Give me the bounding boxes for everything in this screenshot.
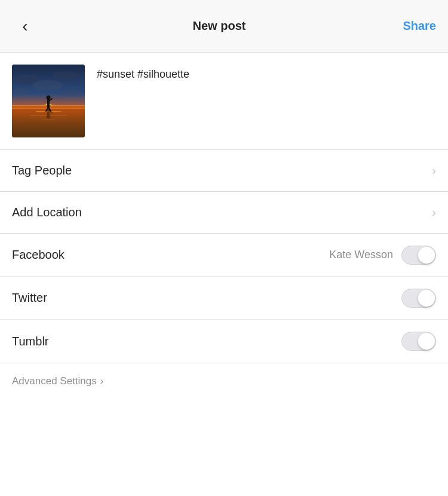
svg-point-20 — [47, 115, 51, 119]
back-button[interactable]: ‹ — [12, 13, 38, 39]
svg-point-6 — [12, 88, 30, 94]
add-location-item[interactable]: Add Location › — [0, 192, 448, 234]
advanced-settings-item[interactable]: Advanced Settings › — [0, 363, 448, 399]
twitter-controls — [401, 289, 436, 308]
page-title: New post — [193, 19, 246, 33]
facebook-item: Facebook Kate Wesson — [0, 234, 448, 277]
advanced-settings-chevron-icon: › — [100, 376, 103, 387]
tumblr-label: Tumblr — [12, 335, 48, 348]
tag-people-label: Tag People — [12, 164, 72, 177]
tag-people-item[interactable]: Tag People › — [0, 150, 448, 192]
post-caption[interactable]: #sunset #silhouette — [85, 65, 436, 82]
tumblr-item: Tumblr — [0, 320, 448, 363]
tumblr-controls — [401, 332, 436, 351]
social-sharing-section: Facebook Kate Wesson Twitter Tumblr — [0, 234, 448, 363]
twitter-label: Twitter — [12, 291, 47, 305]
facebook-label: Facebook — [12, 248, 65, 262]
add-location-label: Add Location — [12, 206, 82, 219]
facebook-toggle-knob — [418, 247, 435, 264]
facebook-account: Kate Wesson — [329, 249, 393, 261]
tag-people-chevron-icon: › — [432, 164, 436, 177]
svg-point-5 — [33, 80, 63, 91]
twitter-toggle-knob — [418, 290, 435, 307]
svg-rect-13 — [42, 120, 55, 120]
facebook-controls: Kate Wesson — [329, 246, 436, 265]
post-thumbnail — [12, 65, 85, 137]
back-icon: ‹ — [22, 17, 27, 36]
add-location-chevron-icon: › — [432, 206, 436, 219]
twitter-toggle[interactable] — [401, 289, 436, 308]
tumblr-toggle[interactable] — [401, 332, 436, 351]
tumblr-toggle-knob — [418, 333, 435, 350]
advanced-settings-label: Advanced Settings — [12, 375, 97, 387]
svg-point-15 — [47, 96, 51, 100]
svg-point-7 — [61, 90, 82, 97]
twitter-item: Twitter — [0, 277, 448, 320]
header: ‹ New post Share — [0, 0, 448, 53]
facebook-toggle[interactable] — [401, 246, 436, 265]
post-preview: #sunset #silhouette — [0, 53, 448, 150]
share-button[interactable]: Share — [400, 19, 436, 33]
svg-point-4 — [53, 71, 79, 79]
